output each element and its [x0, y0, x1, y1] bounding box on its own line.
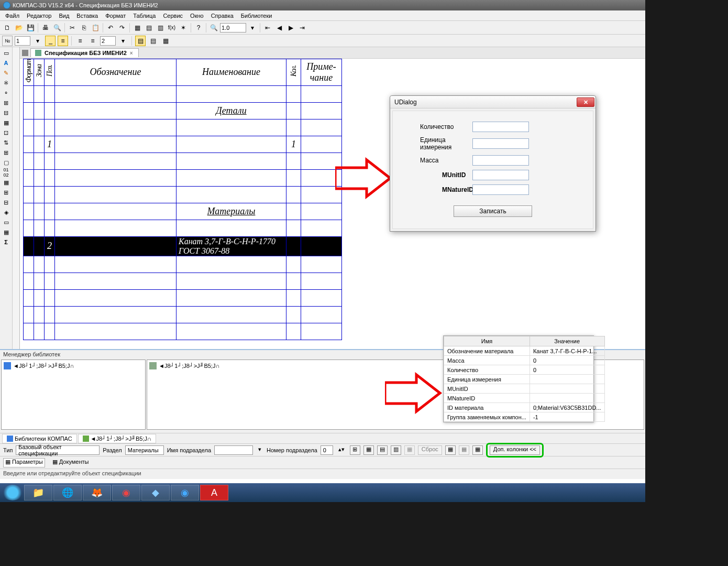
preview-button[interactable]: 🔍 — [52, 23, 62, 33]
task-kompas[interactable]: ◉ — [171, 485, 199, 500]
menu-help[interactable]: Справка — [208, 12, 237, 20]
udialog-save-button[interactable]: Записать — [454, 205, 532, 217]
lt-sigma[interactable]: Σ — [1, 237, 12, 247]
lt-tool-13[interactable]: 0102 — [1, 168, 12, 177]
tool-btn-1[interactable]: ▦ — [132, 23, 142, 33]
lt-tool-14[interactable]: ▦ — [1, 178, 12, 187]
list-2[interactable]: ▤ — [148, 36, 158, 46]
tab-params[interactable]: ▦ Параметры — [3, 458, 45, 467]
lt-tool-9[interactable]: ⊡ — [1, 128, 12, 137]
lt-tool-16[interactable]: ⊟ — [1, 198, 12, 207]
doc-tab-close[interactable]: × — [129, 50, 134, 56]
undo-button[interactable]: ↶ — [105, 23, 116, 33]
lt-tool-3[interactable]: ✎ — [1, 68, 12, 78]
input-mass[interactable] — [472, 155, 529, 166]
open-button[interactable]: 📂 — [14, 23, 24, 33]
bb-icon-2[interactable]: ▦ — [363, 445, 374, 455]
lt-tool-17[interactable]: ◈ — [1, 208, 12, 217]
tabs-config-icon[interactable] — [22, 50, 28, 56]
list-1[interactable]: ▤ — [135, 36, 146, 46]
task-acrobat[interactable]: A — [200, 485, 228, 500]
lt-tool-18[interactable]: ▭ — [1, 217, 12, 227]
field-razdel[interactable]: Материалы — [125, 445, 164, 455]
bb-icon-4[interactable]: ▥ — [391, 445, 401, 455]
lt-tool-19[interactable]: ▦ — [1, 227, 12, 237]
input-munitid[interactable] — [472, 170, 529, 180]
lt-tool-6[interactable]: ⊞ — [1, 98, 12, 107]
lt-tool-15[interactable]: ⊞ — [1, 188, 12, 197]
lt-tool-4[interactable]: ※ — [1, 78, 12, 88]
nav-btn-1[interactable]: ⇤ — [262, 23, 273, 33]
menu-libraries[interactable]: Библиотеки — [238, 12, 275, 20]
tool-btn-2[interactable]: ▤ — [144, 23, 154, 33]
spin-nomp[interactable]: ▴▾ — [336, 445, 347, 455]
lib-tab-kompas[interactable]: Библиотеки КОМПАС — [2, 434, 77, 443]
fx-button[interactable]: f(x) — [167, 23, 177, 33]
task-firefox[interactable]: 🦊 — [83, 485, 111, 500]
new-button[interactable]: 🗋 — [2, 23, 13, 33]
task-app1[interactable]: ◉ — [112, 485, 140, 500]
bb-icon-3[interactable]: ▤ — [377, 445, 388, 455]
field-nomp[interactable]: 0 — [321, 445, 333, 455]
paste-button[interactable]: 📋 — [90, 23, 101, 33]
help-button[interactable]: ? — [193, 23, 204, 33]
lt-tool-8[interactable]: ▦ — [1, 118, 12, 127]
lt-tool-5[interactable]: ⚬ — [1, 88, 12, 97]
lines-field[interactable] — [100, 36, 116, 46]
highlight-2[interactable]: ≡ — [58, 36, 68, 46]
copy-button[interactable]: ⎘ — [79, 23, 89, 33]
lib-tab-other[interactable]: ◄J8┘1┘;J8┘>J╜B5;J∩ — [78, 434, 156, 443]
redo-button[interactable]: ↷ — [117, 23, 127, 33]
dd1[interactable]: ▾ — [32, 36, 43, 46]
lib-tree-item[interactable]: ◄J8┘1┘;J8┘>J╜B5;J∩ — [3, 361, 144, 371]
menu-insert[interactable]: Вставка — [73, 12, 101, 20]
field-imyap[interactable] — [214, 445, 253, 455]
tab-docs[interactable]: ▦ Документы — [50, 458, 91, 467]
zoom-dropdown[interactable]: ▾ — [247, 23, 258, 33]
bb-icon-9[interactable]: ▦ — [472, 445, 483, 455]
nav-btn-4[interactable]: ⇥ — [297, 23, 307, 33]
menu-table[interactable]: Таблица — [130, 12, 159, 20]
zoom-combo[interactable] — [220, 23, 246, 32]
selected-row[interactable]: 2Канат 3,7-Г-В-С-Н-Р-1770 ГОСТ 3067-88 — [24, 236, 342, 256]
field-tip[interactable]: Базовый объект спецификации — [16, 445, 100, 455]
menu-file[interactable]: Файл — [2, 12, 23, 20]
menu-view[interactable]: Вид — [56, 12, 72, 20]
menu-format[interactable]: Формат — [102, 12, 129, 20]
align-center[interactable]: ≡ — [87, 36, 98, 46]
udialog-titlebar[interactable]: UDialog ✕ — [390, 96, 595, 108]
nav-btn-3[interactable]: ▶ — [285, 23, 296, 33]
zoom-fit-button[interactable]: 🔍 — [208, 23, 219, 33]
lt-tool-10[interactable]: ⇅ — [1, 138, 12, 147]
menu-window[interactable]: Окно — [187, 12, 207, 20]
dd-imyap[interactable]: ▾ — [256, 445, 263, 455]
lt-tool-11[interactable]: ⊞ — [1, 148, 12, 157]
cut-button[interactable]: ✂ — [67, 23, 78, 33]
lt-tool-7[interactable]: ⊟ — [1, 108, 12, 117]
no-button[interactable]: № — [2, 36, 13, 46]
bb-icon-1[interactable]: ⊞ — [350, 445, 360, 455]
highlight-1[interactable]: ⎯ — [45, 36, 56, 46]
input-qty[interactable] — [472, 122, 529, 132]
lt-tool-1[interactable]: ▭ — [1, 48, 12, 58]
nav-btn-2[interactable]: ◀ — [274, 23, 284, 33]
number-field[interactable] — [15, 36, 30, 46]
lt-tool-2[interactable]: A — [1, 58, 12, 68]
doc-tab-active[interactable]: Спецификация БЕЗ ИМЕНИ2 × — [30, 48, 139, 57]
lib-tree[interactable]: ◄J8┘1┘;J8┘>J╜B5;J∩ — [1, 360, 146, 430]
align-left[interactable]: ≡ — [75, 36, 85, 46]
start-button[interactable] — [2, 485, 23, 500]
dop-kolonki-button[interactable]: Доп. колонки << — [490, 445, 540, 455]
list-3[interactable]: ▦ — [160, 36, 171, 46]
task-app2[interactable]: ◆ — [141, 485, 170, 500]
input-mnatureid[interactable] — [472, 184, 529, 195]
menu-service[interactable]: Сервис — [160, 12, 186, 20]
save-button[interactable]: 💾 — [25, 23, 36, 33]
tool-btn-5[interactable]: ✶ — [178, 23, 189, 33]
print-button[interactable]: 🖶 — [40, 23, 51, 33]
input-unit[interactable] — [472, 138, 529, 149]
menu-editor[interactable]: Редактор — [24, 12, 54, 20]
dd2[interactable]: ▾ — [118, 36, 128, 46]
property-grid[interactable]: ИмяЗначение Обозначение материалаКанат 3… — [443, 335, 594, 422]
udialog-close-button[interactable]: ✕ — [577, 97, 594, 107]
